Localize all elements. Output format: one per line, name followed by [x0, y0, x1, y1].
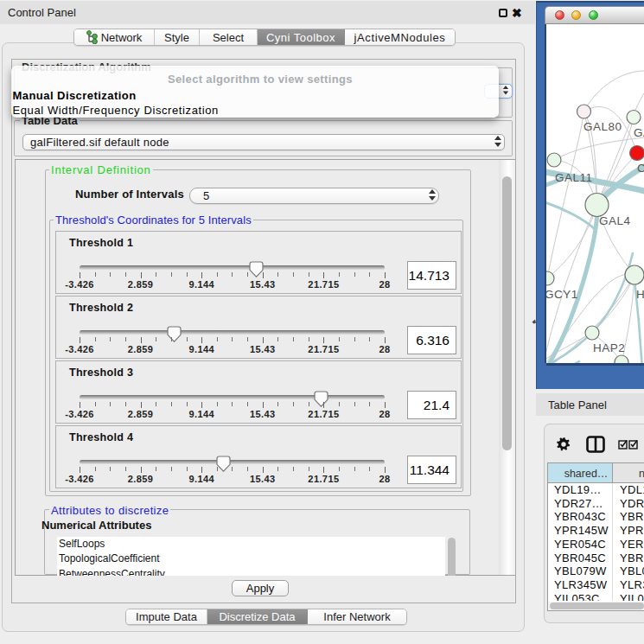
svg-text:GAL80: GAL80	[583, 120, 622, 133]
svg-text:C: C	[637, 162, 644, 175]
svg-text:GCY1: GCY1	[546, 288, 578, 301]
svg-text:GAL11: GAL11	[555, 171, 593, 184]
svg-text:H: H	[636, 288, 644, 301]
svg-text:HAP2: HAP2	[593, 341, 625, 354]
svg-text:GAL4: GAL4	[599, 214, 631, 227]
svg-text:GA: GA	[634, 126, 644, 139]
